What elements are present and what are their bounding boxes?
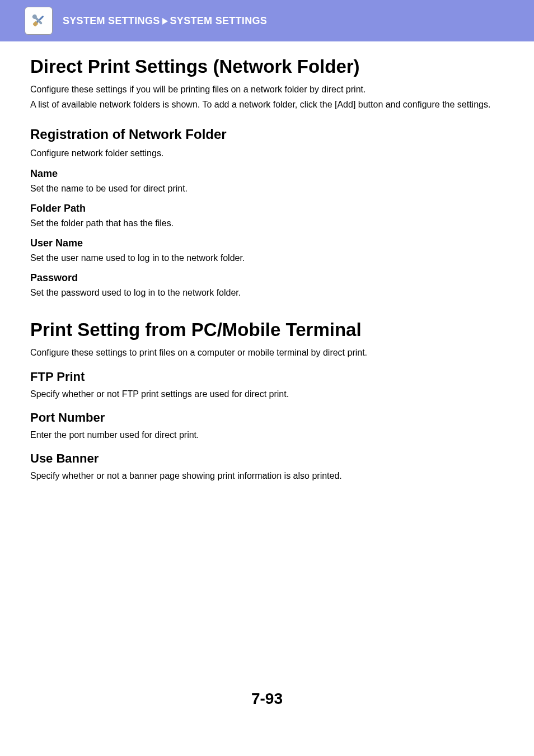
item-folderpath-title: Folder Path: [30, 203, 504, 214]
breadcrumb-right: SYSTEM SETTINGS: [170, 15, 268, 26]
item-port-title: Port Number: [30, 410, 504, 425]
item-username-title: User Name: [30, 237, 504, 249]
item-ftp-title: FTP Print: [30, 370, 504, 384]
item-port-desc: Enter the port number used for direct pr…: [30, 428, 504, 441]
item-password-title: Password: [30, 272, 504, 284]
section1-sub-title: Registration of Network Folder: [30, 127, 504, 142]
breadcrumb-left: SYSTEM SETTINGS: [63, 15, 160, 26]
section2-desc: Configure these settings to print files …: [30, 346, 504, 359]
item-name-desc: Set the name to be used for direct print…: [30, 182, 504, 195]
section2-title: Print Setting from PC/Mobile Terminal: [30, 319, 504, 340]
item-username-desc: Set the user name used to log in to the …: [30, 251, 504, 264]
section1-sub-desc: Configure network folder settings.: [30, 147, 504, 160]
section1-title: Direct Print Settings (Network Folder): [30, 56, 504, 77]
item-name-title: Name: [30, 168, 504, 180]
item-folderpath-desc: Set the folder path that has the files.: [30, 217, 504, 230]
section1-desc1: Configure these settings if you will be …: [30, 83, 504, 96]
section1-desc2: A list of available network folders is s…: [30, 98, 504, 111]
item-password-desc: Set the password used to log in to the n…: [30, 286, 504, 299]
page-number: 7-93: [0, 690, 534, 708]
tools-icon: [25, 7, 53, 35]
header-bar: SYSTEM SETTINGSSYSTEM SETTINGS: [0, 0, 534, 41]
breadcrumb: SYSTEM SETTINGSSYSTEM SETTINGS: [63, 15, 267, 27]
item-ftp-desc: Specify whether or not FTP print setting…: [30, 388, 504, 400]
page-content: Direct Print Settings (Network Folder) C…: [0, 41, 534, 482]
item-banner-title: Use Banner: [30, 451, 504, 466]
breadcrumb-separator-icon: [162, 18, 168, 25]
item-banner-desc: Specify whether or not a banner page sho…: [30, 469, 504, 482]
